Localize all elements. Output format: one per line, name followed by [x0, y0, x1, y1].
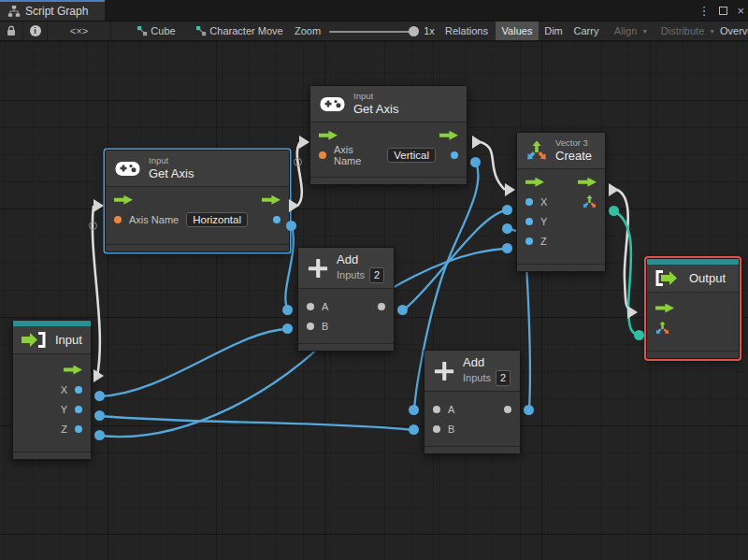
- node-vector3-create[interactable]: Vector 3 Create X: [516, 132, 606, 272]
- graph-name: Cube: [151, 25, 175, 36]
- tab-bar: Script Graph ⋮ ×: [0, 0, 748, 21]
- value-connector-output-value[interactable]: [634, 330, 644, 340]
- input-b-port[interactable]: [433, 425, 440, 433]
- flow-connector-output-in[interactable]: [627, 306, 638, 319]
- toolbar-button-values[interactable]: Values: [496, 22, 539, 40]
- input-a-port[interactable]: [307, 303, 314, 310]
- toolbar-button-overview[interactable]: Overview: [720, 22, 748, 40]
- toolbar-button-relations[interactable]: Relations: [439, 22, 494, 40]
- toolbar-button-dim[interactable]: Dim: [540, 22, 567, 40]
- flow-in-port[interactable]: [655, 304, 674, 313]
- value-connector-input-x[interactable]: [94, 391, 105, 401]
- axis-name-value[interactable]: Horizontal: [186, 212, 248, 227]
- node-header[interactable]: Vector 3 Create: [517, 133, 605, 169]
- node-add-1[interactable]: Add Inputs 2 A B: [297, 247, 395, 352]
- zoom-slider-handle[interactable]: [409, 26, 419, 36]
- node-header[interactable]: Input Get Axis: [310, 86, 467, 122]
- wire-flow-input-to-getaxis-h: [93, 206, 100, 376]
- unconnected-port-getaxis-h-axisname[interactable]: [89, 222, 97, 230]
- flow-connector-getaxis-h-out[interactable]: [289, 199, 299, 212]
- node-header[interactable]: Output: [647, 265, 739, 293]
- close-icon[interactable]: ×: [737, 5, 744, 17]
- value-connector-add1-a[interactable]: [282, 305, 293, 315]
- result-out-port[interactable]: [273, 216, 280, 223]
- x-out-port[interactable]: [75, 386, 82, 394]
- value-connector-add2-a[interactable]: [409, 405, 419, 415]
- node-get-axis-vertical[interactable]: Input Get Axis Axis Name Vertical: [309, 85, 468, 185]
- zoom-slider-track[interactable]: [329, 31, 415, 33]
- vector3-value-port[interactable]: [655, 322, 669, 335]
- x-input-port[interactable]: [525, 198, 533, 206]
- y-out-port[interactable]: [75, 406, 82, 413]
- value-connector-getaxis-v-result[interactable]: [470, 157, 481, 167]
- toolbar-button-align[interactable]: Align ▼: [608, 22, 654, 40]
- value-connector-vector3-x[interactable]: [502, 205, 512, 215]
- z-out-port[interactable]: [75, 425, 82, 433]
- lock-button[interactable]: [0, 22, 23, 40]
- wire-flow-getaxis-v-to-vector3: [481, 142, 505, 190]
- node-header[interactable]: Add Inputs 2: [298, 248, 394, 289]
- maximize-icon[interactable]: [719, 7, 727, 15]
- flow-in-port[interactable]: [319, 131, 338, 140]
- sum-out-port[interactable]: [504, 406, 511, 413]
- value-connector-vector3-z[interactable]: [502, 243, 512, 253]
- toolbar-button-distribute[interactable]: Distribute ▼: [658, 22, 718, 40]
- node-header[interactable]: Add Inputs 2: [424, 351, 520, 392]
- value-connector-add2-sum[interactable]: [524, 405, 534, 415]
- node-graph-output[interactable]: Output: [646, 258, 740, 359]
- vector3-result-port[interactable]: [583, 195, 597, 208]
- value-connector-vector3-result[interactable]: [609, 206, 619, 216]
- port-y-label: Y: [61, 404, 67, 415]
- flow-connector-vector3-out[interactable]: [609, 183, 619, 196]
- graph-canvas[interactable]: Input Get Axis Axis Name Vertical: [0, 42, 748, 560]
- value-connector-input-y[interactable]: [94, 410, 105, 421]
- flow-connector-getaxis-v-in[interactable]: [299, 136, 309, 149]
- flow-connector-input-out[interactable]: [94, 369, 104, 382]
- flow-in-port[interactable]: [114, 195, 133, 205]
- input-a-port[interactable]: [433, 406, 440, 413]
- port-b-label: B: [448, 424, 454, 435]
- unconnected-port-getaxis-v-axisname[interactable]: [294, 158, 302, 166]
- node-footer: [310, 177, 467, 184]
- node-footer: [517, 264, 605, 271]
- code-view-button[interactable]: <×>: [48, 22, 111, 40]
- flow-connector-vector3-in[interactable]: [505, 183, 515, 196]
- node-graph-input[interactable]: Input X Y Z: [12, 320, 92, 460]
- flow-out-port[interactable]: [262, 195, 280, 205]
- chevron-down-icon: ▼: [641, 28, 648, 35]
- tab-script-graph[interactable]: Script Graph: [0, 0, 105, 21]
- y-input-port[interactable]: [525, 218, 533, 225]
- z-input-port[interactable]: [525, 237, 533, 245]
- node-get-axis-horizontal[interactable]: Input Get Axis Axis Name Horizontal: [105, 150, 290, 252]
- value-connector-add2-b[interactable]: [409, 424, 419, 435]
- axis-name-value[interactable]: Vertical: [387, 148, 436, 163]
- string-input-port[interactable]: [114, 216, 122, 223]
- sum-out-port[interactable]: [378, 303, 385, 310]
- flow-out-port[interactable]: [64, 366, 82, 375]
- flow-connector-getaxis-v-out[interactable]: [472, 136, 482, 149]
- result-out-port[interactable]: [451, 151, 458, 159]
- toolbar-button-carry[interactable]: Carry: [568, 22, 604, 40]
- flow-connector-getaxis-h-in[interactable]: [94, 199, 104, 212]
- graph-breadcrumb-cube[interactable]: Cube: [129, 22, 183, 40]
- string-input-port[interactable]: [319, 151, 326, 159]
- flow-in-port[interactable]: [525, 178, 544, 187]
- kebab-menu-icon[interactable]: ⋮: [698, 5, 710, 17]
- input-b-port[interactable]: [307, 323, 314, 330]
- info-button[interactable]: i: [23, 22, 48, 40]
- value-connector-getaxis-h-result[interactable]: [286, 221, 296, 231]
- node-add-2[interactable]: Add Inputs 2 A B: [424, 350, 521, 454]
- port-row-x: X: [517, 192, 605, 211]
- value-connector-add1-sum[interactable]: [397, 305, 408, 315]
- node-header[interactable]: Input Get Axis: [106, 151, 289, 187]
- flow-out-port[interactable]: [578, 178, 597, 187]
- value-connector-add1-b[interactable]: [282, 323, 293, 334]
- inputs-count-field[interactable]: 2: [496, 370, 511, 386]
- node-header[interactable]: Input: [13, 326, 91, 354]
- wire-input-y-to-add2-b: [100, 416, 414, 430]
- value-connector-input-z[interactable]: [94, 430, 105, 440]
- graph-breadcrumb-character-move[interactable]: Character Move: [191, 22, 288, 40]
- value-connector-vector3-y[interactable]: [502, 223, 512, 234]
- flow-out-port[interactable]: [439, 131, 458, 140]
- inputs-count-field[interactable]: 2: [369, 267, 384, 283]
